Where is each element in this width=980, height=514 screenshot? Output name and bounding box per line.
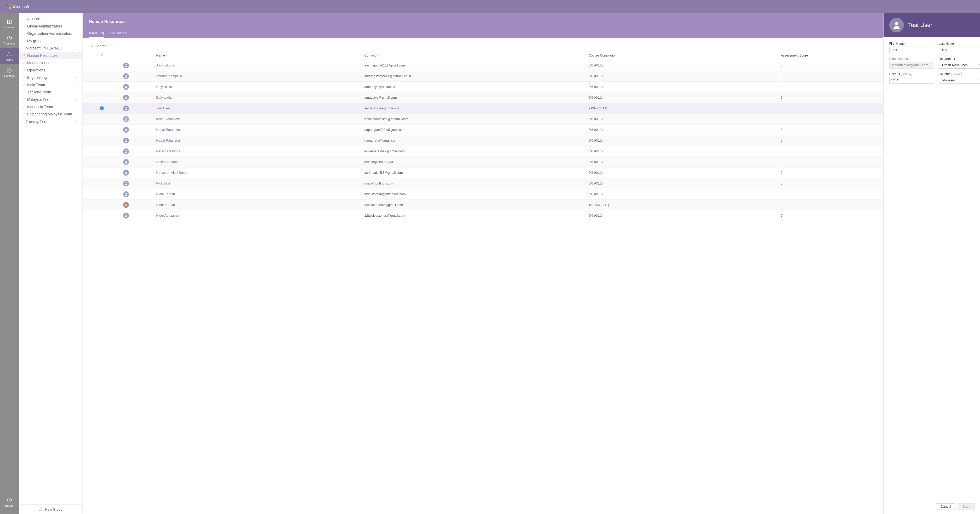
user-name[interactable]: Nenavath Akhil Kumar xyxy=(154,168,362,178)
table-row[interactable]: Nick Saiansaia@outlook.com0% (0/11)0 xyxy=(83,178,883,189)
row-select[interactable] xyxy=(83,157,121,168)
row-select[interactable] xyxy=(83,103,121,114)
sidebar-item[interactable]: Microsoft [INTERNAL]⋯ xyxy=(19,45,82,52)
table-row[interactable]: Nidhi Kotharinidhi.kothari@microsoft.com… xyxy=(83,189,883,200)
panel-header: Test User xyxy=(883,13,980,37)
navrail-support[interactable]: Support xyxy=(0,494,19,510)
save-button[interactable]: Save xyxy=(958,503,975,510)
sidebar-item[interactable]: Operations⋯ xyxy=(19,67,82,74)
row-select[interactable] xyxy=(83,168,121,178)
more-icon[interactable]: ⋯ xyxy=(75,83,79,87)
row-select[interactable] xyxy=(83,178,121,189)
row-select[interactable] xyxy=(83,71,121,81)
row-select[interactable] xyxy=(83,125,121,135)
main-tab[interactable]: Content (11) xyxy=(110,29,127,38)
table-row[interactable]: Daly Dialloamadalyd@outlook.fr0% (0/11)0 xyxy=(83,81,883,93)
user-contact: nidhikothari92@gmail.com xyxy=(363,200,587,211)
sidebar-item[interactable]: Global Administrators xyxy=(19,22,82,30)
user-name[interactable]: Napat Ratanakul xyxy=(154,125,362,135)
search-box[interactable] xyxy=(88,43,878,49)
user-name[interactable]: Napat Ratanakul xyxy=(154,135,362,146)
sidebar-item[interactable]: India Team⋯ xyxy=(19,81,82,88)
sidebar-item[interactable]: Engineering⋯ xyxy=(19,74,82,81)
more-icon[interactable]: ⋯ xyxy=(75,53,79,57)
row-select[interactable] xyxy=(83,146,121,157)
col-score-header[interactable]: Assessment Score xyxy=(779,51,883,60)
row-select[interactable] xyxy=(83,93,121,103)
brand-logo[interactable]: Microsoft xyxy=(6,4,29,9)
more-icon[interactable]: ⋯ xyxy=(75,61,79,65)
sidebar-item[interactable]: Malaysia Team⋯ xyxy=(19,96,82,103)
table-row[interactable]: Daly Lodiaamadalyd@gmail.com0% (0/11)0 xyxy=(83,93,883,103)
user-name[interactable]: Nidhi Kothari xyxy=(154,200,362,211)
more-icon[interactable]: ⋯ xyxy=(75,105,79,109)
row-select[interactable] xyxy=(83,81,121,93)
sidebar-item[interactable]: Human Resources⋯ xyxy=(19,52,82,59)
user-assessment-score: 0 xyxy=(779,189,883,200)
sidebar-item[interactable]: Organization Administrators xyxy=(19,30,82,37)
navrail-content[interactable]: Content xyxy=(0,16,19,32)
more-icon[interactable]: ⋯ xyxy=(75,75,79,80)
last-name-input[interactable] xyxy=(939,46,980,53)
col-course-header[interactable]: Course Completion xyxy=(587,51,779,60)
selected-check-icon[interactable] xyxy=(100,106,104,110)
table-row[interactable]: Nigel Adriaanse12twelvestones@gmail.com0… xyxy=(83,211,883,221)
table-row[interactable]: Natasha Kalingalouisenatasha9@gmail.com0… xyxy=(83,146,883,157)
new-group-button[interactable]: New Group xyxy=(19,504,82,514)
user-name[interactable]: Nick Saia xyxy=(154,178,362,189)
table-row[interactable]: Nenavath Akhil Kumarasrithaakhil88@gmail… xyxy=(83,168,883,178)
user-name[interactable]: Test User xyxy=(154,103,362,114)
user-name[interactable]: Aashi Gupta xyxy=(154,60,362,71)
table-row[interactable]: Nelesh Naidoonelesh@LIVE.COM0% (0/11)0 xyxy=(83,157,883,168)
user-name[interactable]: Anirudh Kompella xyxy=(154,71,362,81)
user-name[interactable]: Natasha Kalinga xyxy=(154,146,362,157)
navrail-users[interactable]: Users xyxy=(0,48,19,64)
country-select[interactable]: Indonesia xyxy=(939,77,980,84)
sidebar-item[interactable]: Training Team⋯ xyxy=(19,118,82,125)
navrail-analytics[interactable]: Analytics xyxy=(0,32,19,48)
col-name-header[interactable]: Name↑ xyxy=(154,51,362,60)
col-contact-header[interactable]: Contact↑ xyxy=(363,51,587,60)
navrail-settings[interactable]: Settings xyxy=(0,64,19,81)
sidebar-item[interactable]: Thailand Team⋯ xyxy=(19,88,82,96)
user-name[interactable]: Daly Lodia xyxy=(154,93,362,103)
more-icon[interactable]: ⋯ xyxy=(75,112,79,116)
first-name-input[interactable] xyxy=(889,46,934,53)
more-icon[interactable]: ⋯ xyxy=(75,68,79,72)
row-select[interactable] xyxy=(83,60,121,71)
row-select[interactable] xyxy=(83,189,121,200)
user-name[interactable]: Nidhi Kothari xyxy=(154,189,362,200)
more-icon[interactable]: ⋯ xyxy=(75,90,79,94)
more-icon[interactable]: ⋯ xyxy=(75,97,79,102)
row-select[interactable] xyxy=(83,135,121,146)
cancel-button[interactable]: Cancel xyxy=(936,503,955,510)
row-select[interactable] xyxy=(83,211,121,221)
table-row[interactable]: Napat Ratanakulnapat.gunt3001@gmail.com0… xyxy=(83,125,883,135)
sidebar-item[interactable]: My groups xyxy=(19,37,82,45)
pin-icon xyxy=(22,105,25,109)
search-input[interactable] xyxy=(95,44,876,48)
department-select[interactable]: Human Resources xyxy=(939,62,980,69)
table-row[interactable]: Napat Ratanakulnapat.rata@gmail.com0% (0… xyxy=(83,135,883,146)
table-row[interactable]: Aashi Guptaaashi.gupta611@gmail.com0% (0… xyxy=(83,60,883,71)
main-tab[interactable]: Users (85) xyxy=(89,29,104,38)
more-icon[interactable]: ⋯ xyxy=(75,119,79,123)
row-select[interactable] xyxy=(83,200,121,211)
row-select[interactable] xyxy=(83,114,121,125)
sidebar-item[interactable]: Indonesia Team⋯ xyxy=(19,103,82,110)
user-name[interactable]: Nigel Adriaanse xyxy=(154,211,362,221)
user-name[interactable]: Kaila Bloomfield xyxy=(154,114,362,125)
table-row[interactable]: Nidhi Kotharinidhikothari92@gmail.com18.… xyxy=(83,200,883,211)
sidebar-item[interactable]: Engineering Malaysia Team⋯ xyxy=(19,110,82,118)
table-row[interactable]: Anirudh Kompellaanirudh.kompella@hotmail… xyxy=(83,71,883,81)
table-row[interactable]: Test Usersamarth.ctae@gmail.com9.09% (1/… xyxy=(83,103,883,114)
col-select[interactable]: ✓ xyxy=(83,51,121,60)
table-row[interactable]: Kaila BloomfieldKaila.bloomfield@hotmail… xyxy=(83,114,883,125)
pin-icon xyxy=(22,61,25,65)
user-name[interactable]: Nelesh Naidoo xyxy=(154,157,362,168)
more-icon[interactable]: ⋯ xyxy=(75,46,79,50)
user-id-input[interactable] xyxy=(889,77,934,84)
sidebar-item[interactable]: Manufacturing⋯ xyxy=(19,59,82,67)
user-name[interactable]: Daly Diallo xyxy=(154,81,362,93)
sidebar-item[interactable]: All users xyxy=(19,15,82,22)
